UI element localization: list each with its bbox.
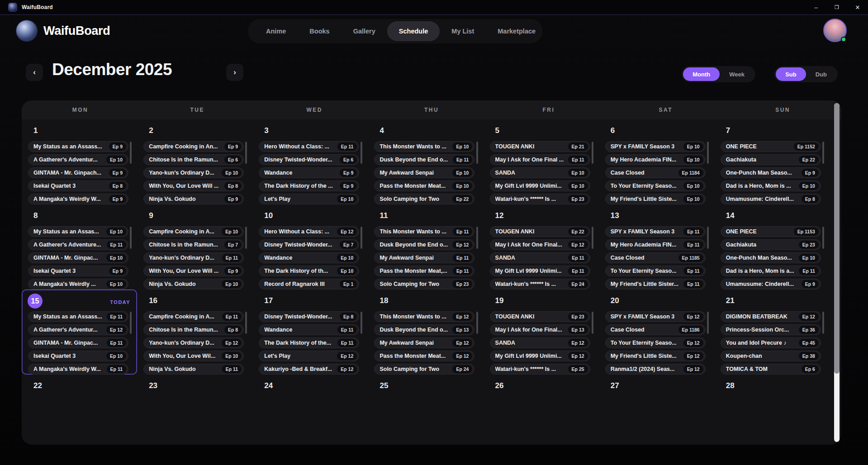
episode-chip[interactable]: My Status as an Assas...Ep 10 (28, 226, 128, 237)
view-toggle-month[interactable]: Month (683, 67, 720, 81)
episode-chip[interactable]: GachiakutaEp 23 (721, 239, 821, 250)
episode-chip[interactable]: With You, Our Love Will ...Ep 8 (143, 180, 244, 191)
episode-chip[interactable]: A Mangaka's Weirdly ...Ep 10 (28, 279, 128, 289)
episode-chip[interactable]: May I Ask for One Final ...Ep 11 (490, 154, 590, 165)
cell-scrollbar-thumb[interactable] (130, 312, 132, 334)
episode-chip[interactable]: Princess-Session Orc...Ep 36 (721, 324, 821, 335)
episode-chip[interactable]: SPY x FAMILY Season 3Ep 10 (605, 141, 706, 152)
episode-chip[interactable]: Ninja Vs. GokudoEp 9 (143, 194, 244, 204)
episode-chip[interactable]: My Friend's Little Siste...Ep 10 (605, 194, 706, 204)
episode-chip[interactable]: Dusk Beyond the End o...Ep 12 (374, 239, 474, 250)
episode-chip[interactable]: Disney Twisted-Wonder...Ep 6 (259, 154, 359, 165)
episode-chip[interactable]: My Awkward SenpaiEp 11 (374, 252, 474, 263)
episode-chip[interactable]: TOMICA & TOMEp 6 (721, 364, 821, 375)
episode-chip[interactable]: GINTAMA - Mr. Ginpach...Ep 9 (28, 167, 128, 178)
episode-chip[interactable]: Watari-kun's ****** Is ...Ep 23 (490, 194, 590, 204)
episode-chip[interactable]: One-Punch Man Seaso...Ep 10 (721, 252, 821, 263)
episode-chip[interactable]: Watari-kun's ****** Is ...Ep 25 (490, 364, 590, 375)
episode-chip[interactable]: Campfire Cooking in A...Ep 10 (143, 226, 244, 237)
cell-scrollbar-thumb[interactable] (476, 142, 478, 164)
episode-chip[interactable]: ONE PIECEEp 1153 (721, 226, 821, 237)
episode-chip[interactable]: Dusk Beyond the End o...Ep 13 (374, 324, 474, 335)
episode-chip[interactable]: Dusk Beyond the End o...Ep 11 (374, 154, 474, 165)
episode-chip[interactable]: To Your Eternity Seaso...Ep 10 (605, 180, 706, 191)
episode-chip[interactable]: Umamusume: Cinderell...Ep 9 (721, 279, 821, 289)
audio-toggle-sub[interactable]: Sub (776, 67, 806, 81)
episode-chip[interactable]: Case ClosedEp 1185 (605, 252, 706, 263)
episode-chip[interactable]: My Gift Lvl 9999 Unlimi...Ep 10 (490, 180, 590, 191)
episode-chip[interactable]: Koupen-chanEp 38 (721, 351, 821, 361)
episode-chip[interactable]: DIGIMON BEATBREAKEp 12 (721, 311, 821, 322)
close-button[interactable]: ✕ (847, 0, 868, 14)
episode-chip[interactable]: One-Punch Man Seaso...Ep 9 (721, 167, 821, 178)
episode-chip[interactable]: Solo Camping for TwoEp 24 (374, 364, 474, 375)
episode-chip[interactable]: Yano-kun's Ordinary D...Ep 12 (143, 337, 244, 348)
episode-chip[interactable]: Kakuriyo -Bed & Breakf...Ep 12 (259, 364, 359, 375)
episode-chip[interactable]: Pass the Monster Meat,...Ep 11 (374, 266, 474, 276)
episode-chip[interactable]: Campfire Cooking in A...Ep 11 (143, 311, 244, 322)
tab-books[interactable]: Books (298, 21, 341, 41)
episode-chip[interactable]: Disney Twisted-Wonder...Ep 7 (259, 239, 359, 250)
cell-scrollbar-thumb[interactable] (360, 142, 362, 164)
episode-chip[interactable]: A Gatherer's Adventure...Ep 11 (28, 239, 128, 250)
maximize-button[interactable]: ❒ (826, 0, 847, 14)
episode-chip[interactable]: You and Idol Precure ♪Ep 45 (721, 337, 821, 348)
tab-gallery[interactable]: Gallery (342, 21, 387, 41)
episode-chip[interactable]: Chitose Is in the Ramun...Ep 7 (143, 239, 244, 250)
audio-toggle-dub[interactable]: Dub (806, 67, 836, 81)
tab-anime[interactable]: Anime (254, 21, 298, 41)
tab-schedule[interactable]: Schedule (387, 21, 440, 41)
episode-chip[interactable]: Dad is a Hero, Mom is a...Ep 11 (721, 266, 821, 276)
episode-chip[interactable]: Ranma1/2 (2024) Seas...Ep 12 (605, 364, 706, 375)
episode-chip[interactable]: SANDAEp 11 (490, 252, 590, 263)
episode-chip[interactable]: Dad is a Hero, Mom is ...Ep 10 (721, 180, 821, 191)
minimize-button[interactable]: – (806, 0, 826, 14)
cell-scrollbar-thumb[interactable] (592, 312, 593, 334)
episode-chip[interactable]: Case ClosedEp 1184 (605, 167, 706, 178)
episode-chip[interactable]: WandanceEp 11 (259, 324, 359, 335)
cell-scrollbar-thumb[interactable] (130, 142, 132, 164)
cell-scrollbar-thumb[interactable] (822, 312, 824, 334)
episode-chip[interactable]: Case ClosedEp 1186 (605, 324, 706, 335)
episode-chip[interactable]: A Mangaka's Weirdly W...Ep 11 (28, 364, 128, 375)
episode-chip[interactable]: GINTAMA - Mr. Ginpac...Ep 10 (28, 252, 128, 263)
tab-my-list[interactable]: My List (440, 21, 486, 41)
episode-chip[interactable]: Ninja Vs. GokudoEp 11 (143, 364, 244, 375)
episode-chip[interactable]: May I Ask for One Final...Ep 13 (490, 324, 590, 335)
episode-chip[interactable]: My Awkward SenpaiEp 10 (374, 167, 474, 178)
episode-chip[interactable]: Yano-kun's Ordinary D...Ep 10 (143, 167, 244, 178)
episode-chip[interactable]: SANDAEp 10 (490, 167, 590, 178)
episode-chip[interactable]: This Monster Wants to ...Ep 10 (374, 141, 474, 152)
next-month-button[interactable]: › (226, 64, 243, 81)
cell-scrollbar-thumb[interactable] (245, 312, 247, 334)
episode-chip[interactable]: My Friend's Little Sister...Ep 11 (605, 279, 706, 289)
episode-chip[interactable]: With You, Our Love Wil...Ep 10 (143, 351, 244, 361)
episode-chip[interactable]: ONE PIECEEp 1152 (721, 141, 821, 152)
cell-scrollbar-thumb[interactable] (707, 142, 709, 164)
episode-chip[interactable]: Let's PlayEp 12 (259, 351, 359, 361)
episode-chip[interactable]: Let's PlayEp 10 (259, 194, 359, 204)
cell-scrollbar-thumb[interactable] (707, 227, 709, 249)
episode-chip[interactable]: Ninja Vs. GokudoEp 10 (143, 279, 244, 289)
episode-chip[interactable]: Campfire Cooking in An...Ep 9 (143, 141, 244, 152)
episode-chip[interactable]: The Dark History of the ...Ep 9 (259, 180, 359, 191)
episode-chip[interactable]: Chitose Is in the Ramun...Ep 8 (143, 324, 244, 335)
cell-scrollbar-thumb[interactable] (360, 312, 362, 334)
episode-chip[interactable]: A Gatherer's Adventur...Ep 10 (28, 154, 128, 165)
episode-chip[interactable]: A Gatherer's Adventur...Ep 12 (28, 324, 128, 335)
cell-scrollbar-thumb[interactable] (476, 312, 478, 334)
cell-scrollbar-thumb[interactable] (245, 142, 247, 164)
episode-chip[interactable]: My Status as an Assass...Ep 9 (28, 141, 128, 152)
episode-chip[interactable]: Hero Without a Class: ...Ep 11 (259, 141, 359, 152)
episode-chip[interactable]: GINTAMA - Mr. Ginpac...Ep 11 (28, 337, 128, 348)
episode-chip[interactable]: To Your Eternity Seaso...Ep 11 (605, 266, 706, 276)
episode-chip[interactable]: Solo Camping for TwoEp 22 (374, 194, 474, 204)
episode-chip[interactable]: Pass the Monster Meat...Ep 12 (374, 351, 474, 361)
episode-chip[interactable]: Isekai Quartet 3Ep 9 (28, 266, 128, 276)
episode-chip[interactable]: WandanceEp 9 (259, 167, 359, 178)
episode-chip[interactable]: TOUGEN ANKIEp 22 (490, 226, 590, 237)
episode-chip[interactable]: WandanceEp 10 (259, 252, 359, 263)
cell-scrollbar-thumb[interactable] (130, 227, 132, 249)
episode-chip[interactable]: GachiakutaEp 22 (721, 154, 821, 165)
episode-chip[interactable]: Solo Camping for TwoEp 23 (374, 279, 474, 289)
